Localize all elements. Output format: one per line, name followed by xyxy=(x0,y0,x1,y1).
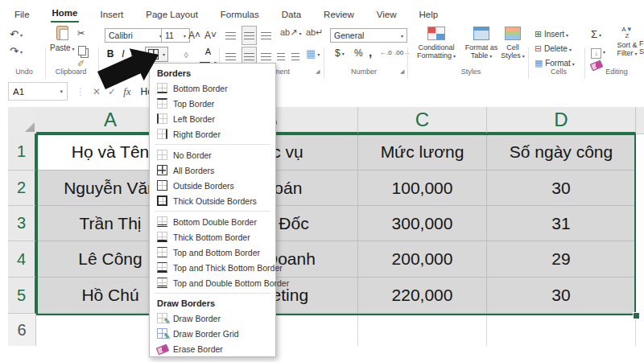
insert-cells-button[interactable]: ⊞ Insert xyxy=(535,29,568,39)
sort-filter-icon: A▼Z xyxy=(621,27,632,39)
cell-c2[interactable]: 100,000 xyxy=(358,171,487,206)
comma-style-button[interactable]: , xyxy=(369,45,372,59)
tab-review[interactable]: Review xyxy=(322,8,356,23)
orientation-button[interactable]: ab↗ xyxy=(280,27,301,38)
menu-item-label: Outside Borders xyxy=(173,181,234,191)
row-header-4[interactable]: 4 xyxy=(8,241,36,278)
sort-filter-label-1: Sort & xyxy=(613,41,641,49)
align-bottom-button[interactable] xyxy=(261,28,271,43)
alignment-dialog-launcher[interactable]: ◢ xyxy=(316,68,320,75)
paste-button[interactable]: Paste xyxy=(50,26,74,52)
cell-c1[interactable]: Mức lương xyxy=(358,134,487,171)
tab-page-layout[interactable]: Page Layout xyxy=(144,8,200,23)
row-header-5[interactable]: 5 xyxy=(8,278,36,314)
conditional-formatting-button[interactable]: Conditional Formatting xyxy=(415,27,457,60)
row-header-6[interactable]: 6 xyxy=(8,314,36,346)
menu-item-thick-outside-borders[interactable]: Thick Outside Borders xyxy=(150,193,275,208)
align-top-button[interactable] xyxy=(225,28,236,43)
autosum-button[interactable]: Σ xyxy=(591,28,601,40)
increase-decimal-button[interactable]: ←.0 xyxy=(380,49,392,56)
align-middle-button[interactable] xyxy=(242,26,257,45)
cut-button[interactable]: ✂ xyxy=(77,29,85,38)
tab-help[interactable]: Help xyxy=(418,8,440,23)
merge-center-button[interactable]: ▦ xyxy=(306,47,320,60)
column-header-d[interactable]: D xyxy=(487,107,636,134)
tab-formulas[interactable]: Formulas xyxy=(219,8,261,23)
menu-item-label: Bottom Double Border xyxy=(173,217,257,227)
excel-window: { "tabs": { "items": ["File", "Home", "I… xyxy=(0,0,644,362)
column-header-c[interactable]: C xyxy=(358,107,487,134)
undo-button[interactable]: ↶ xyxy=(10,27,23,41)
cell-c3[interactable]: 300,000 xyxy=(358,206,487,241)
cell-d4[interactable]: 29 xyxy=(487,241,636,278)
number-dialog-launcher[interactable]: ◢ xyxy=(400,68,404,75)
menu-item-left-border[interactable]: Left Border xyxy=(150,111,275,126)
menu-item-no-border[interactable]: No Border xyxy=(150,147,275,162)
row-header-3[interactable]: 3 xyxy=(8,206,36,241)
copy-button[interactable] xyxy=(78,44,86,59)
menu-item-bottom-double-border[interactable]: Bottom Double Border xyxy=(150,214,275,229)
menu-item-erase-border[interactable]: Erase Border xyxy=(150,341,275,356)
cell-value: Trần Thị xyxy=(79,214,141,233)
format-as-table-button[interactable]: Format as Table xyxy=(462,27,501,60)
increase-indent-button[interactable] xyxy=(291,49,299,64)
cell-d5[interactable]: 30 xyxy=(487,278,636,314)
borders-menu-title: Borders xyxy=(150,66,275,80)
fill-button[interactable]: ↓ xyxy=(591,44,605,59)
name-box-dropdown-icon[interactable]: ▾ xyxy=(60,88,63,95)
menu-item-all-borders[interactable]: All Borders xyxy=(150,162,275,178)
percent-button[interactable]: % xyxy=(354,47,363,59)
cells-group-label: Cells xyxy=(544,68,573,76)
undo-icon: ↶ xyxy=(10,28,23,40)
delete-cells-button[interactable]: ⊟ Delete xyxy=(535,43,572,54)
sort-filter-button[interactable]: A▼Z Sort & Filter xyxy=(613,27,641,57)
menu-item-top-and-bottom-border[interactable]: Top and Bottom Border xyxy=(150,245,275,260)
copy-icon xyxy=(78,46,86,56)
menu-item-bottom-border[interactable]: Bottom Border xyxy=(150,80,275,96)
cell-c5[interactable]: 220,000 xyxy=(358,278,487,314)
wrap-text-button[interactable]: ab↵ xyxy=(306,27,323,38)
find-select-label-1: Fi xyxy=(639,39,644,47)
decrease-indent-button[interactable] xyxy=(277,49,285,64)
fill-handle[interactable] xyxy=(633,312,640,319)
cell-d3[interactable]: 31 xyxy=(487,206,636,241)
grow-font-button[interactable]: A˄ xyxy=(188,30,200,41)
find-select-button[interactable]: Fi Se xyxy=(639,27,644,56)
font-size-select[interactable]: 11 xyxy=(161,28,190,43)
row-header-2[interactable]: 2 xyxy=(8,171,36,206)
currency-button[interactable]: $ xyxy=(335,47,345,59)
menu-item-draw-border-grid[interactable]: Draw Border Grid xyxy=(150,326,275,341)
menu-item-draw-border[interactable]: Draw Border xyxy=(150,311,275,326)
clear-button[interactable] xyxy=(591,60,595,74)
menu-item-right-border[interactable]: Right Border xyxy=(150,126,275,142)
menu-item-label: Thick Bottom Border xyxy=(173,232,250,242)
menu-item-top-border[interactable]: Top Border xyxy=(150,96,275,111)
align-left-button[interactable] xyxy=(225,49,236,64)
number-format-value: General xyxy=(334,31,364,40)
menu-item-top-and-thick-bottom-border[interactable]: Top and Thick Bottom Border xyxy=(150,260,275,275)
tab-view[interactable]: View xyxy=(375,8,398,23)
name-box[interactable]: A1 ▾ xyxy=(8,82,68,101)
cell-c4[interactable]: 200,000 xyxy=(358,241,487,278)
cell-d2[interactable]: 30 xyxy=(487,171,636,206)
align-right-button[interactable] xyxy=(261,49,271,64)
tab-insert[interactable]: Insert xyxy=(98,8,125,23)
cell-c6[interactable] xyxy=(358,314,487,346)
cell-d1[interactable]: Số ngày công xyxy=(487,134,636,171)
shrink-font-button[interactable]: A˅ xyxy=(204,30,217,41)
cell-value: 29 xyxy=(551,249,570,269)
select-all-button[interactable] xyxy=(8,107,37,134)
menu-item-outside-borders[interactable]: Outside Borders xyxy=(150,178,275,193)
menu-item-thick-bottom-border[interactable]: Thick Bottom Border xyxy=(150,229,275,245)
menu-item-top-and-double-bottom-border[interactable]: Top and Double Bottom Border xyxy=(150,275,275,290)
tab-data[interactable]: Data xyxy=(280,8,303,23)
worksheet: A B C D 1 Họ và Tên Chức vụ Mức lương Số… xyxy=(0,104,644,346)
row-number: 1 xyxy=(17,142,26,161)
row-header-1[interactable]: 1 xyxy=(8,134,36,171)
tab-file[interactable]: File xyxy=(13,8,31,23)
cell-d6[interactable] xyxy=(487,314,636,346)
redo-button[interactable]: ↷ xyxy=(10,43,23,58)
cell-styles-button[interactable]: Cell Styles xyxy=(499,27,526,60)
tab-home[interactable]: Home xyxy=(51,6,80,23)
number-format-select[interactable]: General xyxy=(330,28,407,43)
